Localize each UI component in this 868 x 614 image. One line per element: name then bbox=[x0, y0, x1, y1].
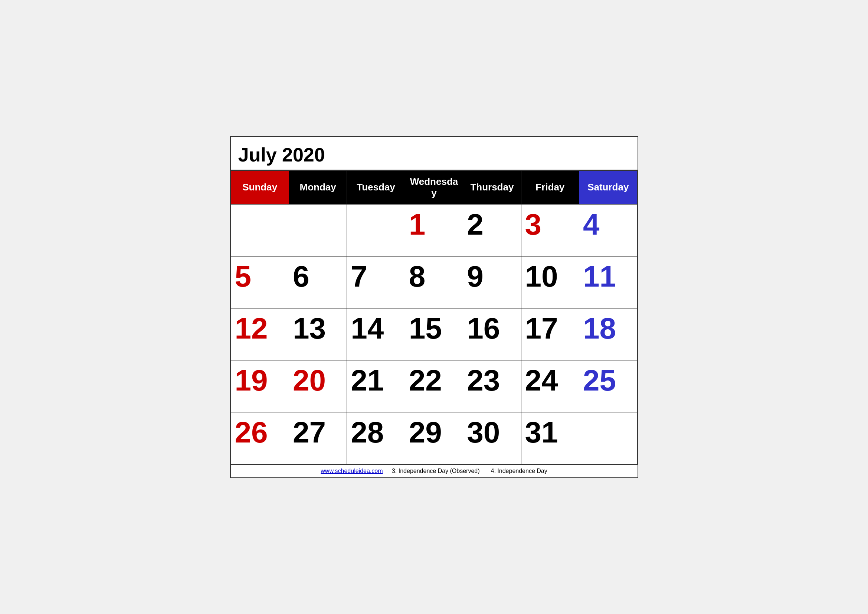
calendar-cell: 7 bbox=[347, 256, 405, 308]
footer-note: 3: Independence Day (Observed) bbox=[392, 468, 480, 474]
footer-notes: 3: Independence Day (Observed)4: Indepen… bbox=[392, 468, 547, 474]
calendar-cell bbox=[579, 412, 637, 464]
calendar-cell: 6 bbox=[289, 256, 347, 308]
calendar-cell: 1 bbox=[405, 204, 463, 256]
calendar-cell: 26 bbox=[231, 412, 289, 464]
header-thursday: Thursday bbox=[463, 171, 521, 204]
calendar-container: July 2020 SundayMondayTuesdayWednesdayTh… bbox=[230, 136, 638, 478]
calendar-cell: 4 bbox=[579, 204, 637, 256]
website-link[interactable]: www.scheduleidea.com bbox=[321, 468, 383, 474]
calendar-cell bbox=[289, 204, 347, 256]
header-row: SundayMondayTuesdayWednesdayThursdayFrid… bbox=[231, 171, 637, 204]
calendar-cell: 13 bbox=[289, 308, 347, 360]
calendar-cell: 31 bbox=[521, 412, 579, 464]
calendar-cell: 2 bbox=[463, 204, 521, 256]
footer-note: 4: Independence Day bbox=[491, 468, 547, 474]
header-friday: Friday bbox=[521, 171, 579, 204]
calendar-title: July 2020 bbox=[231, 137, 637, 171]
calendar-cell: 19 bbox=[231, 360, 289, 412]
calendar-cell bbox=[231, 204, 289, 256]
calendar-cell: 25 bbox=[579, 360, 637, 412]
calendar-cell: 9 bbox=[463, 256, 521, 308]
header-sunday: Sunday bbox=[231, 171, 289, 204]
calendar-cell: 3 bbox=[521, 204, 579, 256]
calendar-cell: 15 bbox=[405, 308, 463, 360]
calendar-cell: 10 bbox=[521, 256, 579, 308]
calendar-cell: 5 bbox=[231, 256, 289, 308]
calendar-cell: 14 bbox=[347, 308, 405, 360]
calendar-cell: 18 bbox=[579, 308, 637, 360]
calendar-row-0: 1234 bbox=[231, 204, 637, 256]
calendar-cell: 27 bbox=[289, 412, 347, 464]
header-monday: Monday bbox=[289, 171, 347, 204]
calendar-row-2: 12131415161718 bbox=[231, 308, 637, 360]
calendar-cell: 28 bbox=[347, 412, 405, 464]
calendar-cell: 11 bbox=[579, 256, 637, 308]
header-wednesday: Wednesday bbox=[405, 171, 463, 204]
calendar-cell: 17 bbox=[521, 308, 579, 360]
calendar-cell: 24 bbox=[521, 360, 579, 412]
calendar-row-1: 567891011 bbox=[231, 256, 637, 308]
calendar-cell bbox=[347, 204, 405, 256]
calendar-cell: 12 bbox=[231, 308, 289, 360]
calendar-cell: 20 bbox=[289, 360, 347, 412]
calendar-cell: 8 bbox=[405, 256, 463, 308]
calendar-table: SundayMondayTuesdayWednesdayThursdayFrid… bbox=[231, 171, 637, 464]
calendar-cell: 22 bbox=[405, 360, 463, 412]
calendar-row-3: 19202122232425 bbox=[231, 360, 637, 412]
calendar-cell: 30 bbox=[463, 412, 521, 464]
header-tuesday: Tuesday bbox=[347, 171, 405, 204]
header-saturday: Saturday bbox=[579, 171, 637, 204]
calendar-cell: 16 bbox=[463, 308, 521, 360]
calendar-row-4: 262728293031 bbox=[231, 412, 637, 464]
calendar-cell: 29 bbox=[405, 412, 463, 464]
calendar-footer: www.scheduleidea.com 3: Independence Day… bbox=[231, 464, 637, 478]
calendar-cell: 21 bbox=[347, 360, 405, 412]
calendar-cell: 23 bbox=[463, 360, 521, 412]
